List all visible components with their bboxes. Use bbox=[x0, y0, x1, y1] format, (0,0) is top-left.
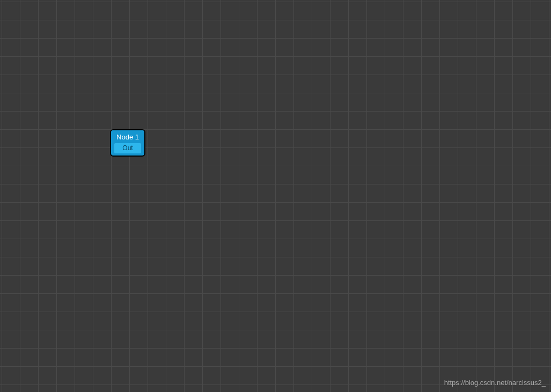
node-editor-canvas[interactable] bbox=[0, 0, 551, 392]
graph-node[interactable]: Node 1 Out bbox=[110, 129, 145, 157]
node-output-port[interactable]: Out bbox=[114, 143, 141, 153]
node-title: Node 1 bbox=[111, 130, 144, 143]
watermark-text: https://blog.csdn.net/narcissus2_ bbox=[444, 379, 546, 387]
